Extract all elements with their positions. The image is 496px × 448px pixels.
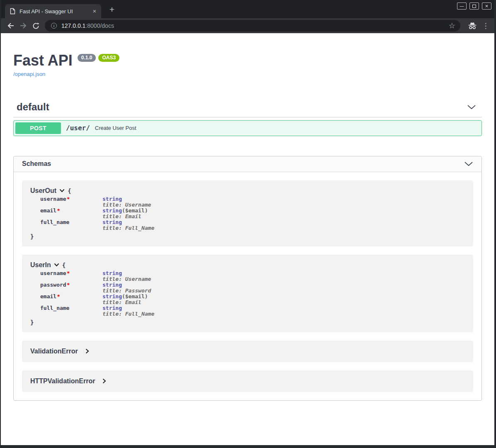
property-type: stringtitle: Full_Name — [102, 305, 465, 317]
tab-strip: Fast API - Swagger UI × + — × — [1, 0, 494, 18]
property-title-label: title: Email — [102, 299, 465, 305]
property-name: full_name — [40, 305, 102, 311]
required-star: * — [67, 270, 70, 276]
browser-window: Fast API - Swagger UI × + — × — [0, 0, 496, 448]
tab-title: Fast API - Swagger UI — [19, 8, 90, 15]
model-name: ValidationError — [30, 348, 78, 355]
required-star: * — [57, 207, 60, 214]
property-type: string($email)title: Email — [102, 294, 465, 305]
property-type: string($email)title: Email — [102, 208, 465, 219]
tag-section-header[interactable]: default — [13, 101, 482, 117]
close-window-button[interactable]: × — [482, 2, 491, 10]
property-title-label: title: Full_Name — [102, 225, 465, 231]
browser-toolbar: i 127.0.0.1:8000/docs ☆ ⋮ — [1, 18, 494, 33]
property-type: stringtitle: Username — [102, 196, 465, 208]
model-title-row: UserOut{ — [30, 187, 465, 195]
property-title-label: title: Password — [102, 288, 465, 294]
openapi-spec-link[interactable]: /openapi.json — [13, 71, 45, 77]
open-brace-text: { — [68, 187, 71, 194]
property-name: full_name — [40, 219, 102, 225]
model-name: UserIn — [30, 261, 51, 269]
tag-collapse-icon[interactable] — [467, 105, 476, 110]
property-name: username* — [40, 270, 102, 276]
operation-path: /user/ — [66, 124, 90, 132]
site-info-icon[interactable]: i — [51, 23, 57, 29]
browser-menu-icon[interactable]: ⋮ — [481, 22, 490, 29]
model-name: HTTPValidationError — [30, 377, 95, 385]
schema-model-httpvalidationerror[interactable]: HTTPValidationError — [22, 370, 473, 392]
property-type: stringtitle: Username — [102, 270, 465, 282]
operation-summary: Create User Post — [95, 125, 136, 131]
close-brace-text: } — [30, 319, 465, 326]
url-path: :8000/docs — [85, 22, 114, 29]
bookmark-star-icon[interactable]: ☆ — [449, 22, 455, 29]
page-favicon-icon — [10, 8, 16, 15]
model-properties: username*stringtitle: Usernamepassword*s… — [40, 270, 465, 317]
tab-close-icon[interactable]: × — [90, 7, 99, 15]
maximize-icon — [472, 5, 476, 8]
page-title: Fast API — [13, 53, 73, 68]
incognito-icon — [467, 20, 478, 31]
forward-arrow-icon — [19, 22, 27, 29]
model-collapse-icon[interactable] — [59, 189, 65, 192]
api-title-row: Fast API 0.1.0 OAS3 — [13, 53, 482, 68]
property-name: username* — [40, 196, 102, 202]
model-properties: username*stringtitle: Usernameemail*stri… — [40, 196, 465, 231]
property-title-label: title: Email — [102, 214, 465, 219]
schemas-header[interactable]: Schemas — [14, 156, 481, 172]
close-brace-text: } — [30, 233, 465, 240]
window-controls: — × — [457, 2, 491, 10]
browser-tab[interactable]: Fast API - Swagger UI × — [5, 4, 101, 18]
schema-model-validationerror[interactable]: ValidationError — [22, 341, 473, 362]
schema-model-userout: UserOut{username*stringtitle: Usernameem… — [22, 180, 473, 246]
property-type: stringtitle: Full_Name — [102, 219, 465, 231]
tag-name: default — [17, 101, 49, 113]
open-brace-text: { — [62, 262, 66, 268]
maximize-button[interactable] — [469, 2, 479, 10]
api-info: Fast API 0.1.0 OAS3 /openapi.json — [13, 53, 482, 78]
reload-icon — [32, 22, 39, 29]
property-title-label: title: Username — [102, 202, 465, 208]
new-tab-button[interactable]: + — [106, 4, 118, 15]
oas3-badge: OAS3 — [98, 54, 119, 62]
property-type: stringtitle: Password — [102, 282, 465, 294]
model-expand-icon[interactable] — [85, 348, 89, 354]
back-button[interactable] — [5, 20, 17, 32]
required-star: * — [57, 293, 60, 299]
schemas-models: UserOut{username*stringtitle: Usernameem… — [14, 172, 481, 400]
property-title-label: title: Username — [102, 276, 465, 282]
method-badge: POST — [15, 122, 61, 134]
required-star: * — [67, 196, 70, 202]
property-title-label: title: Full_Name — [102, 311, 465, 317]
required-star: * — [67, 282, 70, 288]
schemas-collapse-icon[interactable] — [464, 161, 473, 166]
forward-button[interactable] — [17, 20, 29, 32]
url-text[interactable]: 127.0.0.1:8000/docs — [61, 22, 114, 29]
schemas-section: Schemas UserOut{username*stringtitle: Us… — [13, 156, 482, 401]
minimize-button[interactable]: — — [457, 2, 467, 10]
address-bar[interactable]: i 127.0.0.1:8000/docs ☆ — [45, 20, 460, 32]
operation-post-user[interactable]: POST /user/ Create User Post — [13, 120, 482, 136]
model-name: UserOut — [30, 187, 56, 195]
model-collapse-icon[interactable] — [54, 263, 59, 267]
version-badge: 0.1.0 — [78, 54, 96, 62]
model-title-row: UserIn{ — [30, 261, 465, 269]
reload-button[interactable] — [30, 20, 41, 32]
property-name: email* — [40, 294, 102, 299]
swagger-page: Fast API 0.1.0 OAS3 /openapi.json defaul… — [1, 33, 494, 445]
back-arrow-icon — [7, 22, 15, 29]
model-expand-icon[interactable] — [102, 378, 106, 384]
property-name: password* — [40, 282, 102, 288]
schemas-title: Schemas — [22, 160, 51, 168]
property-name: email* — [40, 208, 102, 214]
api-badges: 0.1.0 OAS3 — [78, 54, 119, 62]
schema-model-userin: UserIn{username*stringtitle: Usernamepas… — [22, 255, 473, 332]
url-host: 127.0.0.1 — [61, 22, 85, 29]
